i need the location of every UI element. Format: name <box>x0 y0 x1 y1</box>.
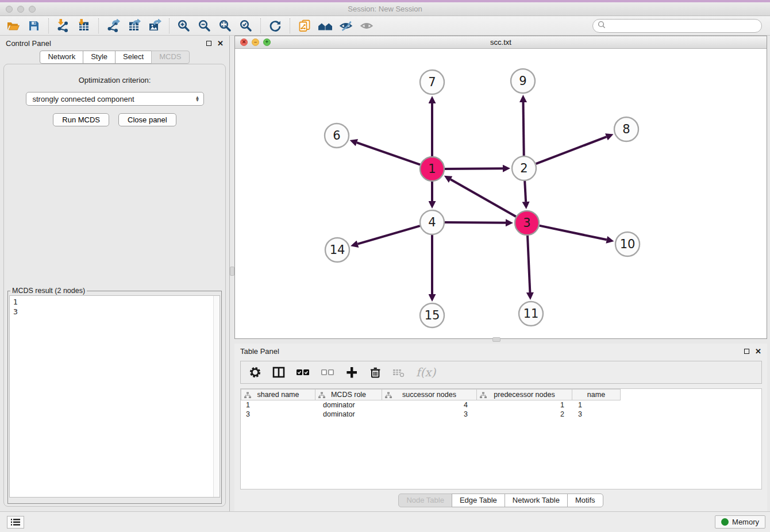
edge-4-14[interactable] <box>358 226 420 244</box>
graph-node-14[interactable]: 14 <box>325 238 349 262</box>
zoom-in-icon[interactable] <box>175 18 192 34</box>
column-header-MCDS-role[interactable]: MCDS role <box>315 389 382 400</box>
graph-node-6[interactable]: 6 <box>325 124 349 148</box>
table-row[interactable]: 3dominator323 <box>241 410 761 419</box>
edge-4-3[interactable] <box>445 222 506 223</box>
close-window-button[interactable] <box>6 6 13 13</box>
close-panel-button[interactable]: Close panel <box>118 113 176 126</box>
tab-node-table[interactable]: Node Table <box>398 494 452 507</box>
zoom-out-icon[interactable] <box>196 18 213 34</box>
import-network-icon[interactable] <box>55 18 72 34</box>
edge-1-2[interactable] <box>445 168 503 169</box>
select-all-icon[interactable] <box>296 366 310 379</box>
svg-text:10: 10 <box>620 237 636 251</box>
graph-node-15[interactable]: 15 <box>420 303 444 327</box>
svg-text:9: 9 <box>519 74 526 88</box>
network-from-selection-icon[interactable] <box>296 18 313 34</box>
cell-successor-nodes[interactable]: 3 <box>382 410 477 419</box>
graph-node-8[interactable]: 8 <box>614 117 638 141</box>
tab-motifs[interactable]: Motifs <box>567 494 603 507</box>
tab-network-table[interactable]: Network Table <box>505 494 568 507</box>
memory-button[interactable]: Memory <box>715 515 765 529</box>
network-title: scc.txt <box>235 38 767 47</box>
svg-text:15: 15 <box>425 309 440 322</box>
graph-node-2[interactable]: 2 <box>512 156 536 180</box>
column-header-predecessor-nodes[interactable]: predecessor nodes <box>477 389 572 400</box>
vertical-splitter[interactable] <box>230 36 234 511</box>
float-table-panel-icon[interactable] <box>744 349 749 354</box>
table-row[interactable]: 1dominator411 <box>241 400 761 410</box>
import-table-icon[interactable] <box>75 18 93 34</box>
deselect-all-icon[interactable] <box>321 366 334 379</box>
cell-successor-nodes[interactable]: 4 <box>382 400 477 410</box>
cell-name[interactable]: 3 <box>572 410 621 419</box>
export-network-icon[interactable] <box>105 18 122 34</box>
search-input[interactable] <box>609 21 757 30</box>
tab-mcds[interactable]: MCDS <box>151 51 189 64</box>
control-panel: Control Panel ✕ NetworkStyleSelectMCDS O… <box>0 36 230 511</box>
cell-predecessor-nodes[interactable]: 2 <box>477 410 572 419</box>
minimize-window-button[interactable] <box>17 6 24 13</box>
cell-MCDS-role[interactable]: dominator <box>315 400 382 410</box>
column-header-successor-nodes[interactable]: successor nodes <box>382 389 477 400</box>
tab-select[interactable]: Select <box>115 51 152 64</box>
tab-network[interactable]: Network <box>40 51 83 64</box>
export-image-icon[interactable] <box>146 18 163 34</box>
column-header-name[interactable]: name <box>572 389 621 400</box>
edge-1-6[interactable] <box>357 142 420 165</box>
edge-2-8[interactable] <box>536 137 607 164</box>
float-panel-icon[interactable] <box>206 41 211 46</box>
first-neighbors-icon[interactable] <box>317 18 334 34</box>
delete-row-icon[interactable] <box>369 366 382 379</box>
cell-shared-name[interactable]: 1 <box>241 400 315 410</box>
edge-2-9[interactable] <box>523 102 524 156</box>
apply-layout-icon[interactable] <box>267 18 284 34</box>
cell-shared-name[interactable]: 3 <box>241 410 315 419</box>
graph-node-11[interactable]: 11 <box>519 302 543 326</box>
graph-node-3[interactable]: 3 <box>515 211 539 235</box>
column-header-shared-name[interactable]: shared name <box>241 389 315 400</box>
close-panel-icon[interactable]: ✕ <box>217 40 224 47</box>
node-table: shared nameMCDS rolesuccessor nodesprede… <box>240 388 762 489</box>
edge-2-3[interactable] <box>525 181 526 202</box>
cell-MCDS-role[interactable]: dominator <box>315 410 382 419</box>
criterion-select[interactable]: strongly connected component ▲▼ <box>26 92 204 106</box>
horizontal-splitter-grip[interactable] <box>492 337 500 342</box>
edge-3-1[interactable] <box>451 179 516 217</box>
save-session-icon[interactable] <box>25 18 43 34</box>
select-stepper-icon: ▲▼ <box>195 96 200 102</box>
open-session-icon[interactable] <box>5 18 22 34</box>
cell-name[interactable]: 1 <box>572 400 621 410</box>
settings-icon[interactable] <box>249 366 261 379</box>
run-mcds-button[interactable]: Run MCDS <box>53 113 109 126</box>
graph-node-9[interactable]: 9 <box>511 69 535 93</box>
tab-edge-table[interactable]: Edge Table <box>452 494 505 507</box>
graph-node-4[interactable]: 4 <box>420 210 444 234</box>
table-panel-header: Table Panel ✕ <box>234 344 767 358</box>
hide-selected-icon[interactable] <box>337 18 355 34</box>
zoom-selected-icon[interactable] <box>237 18 255 34</box>
columns-icon[interactable] <box>272 366 285 379</box>
graph-node-10[interactable]: 10 <box>615 232 640 256</box>
mcds-result-textarea[interactable]: 13 <box>9 295 220 498</box>
zoom-fit-icon[interactable] <box>217 18 234 34</box>
horizontal-splitter[interactable] <box>234 339 767 344</box>
status-bar: Memory <box>0 511 770 532</box>
network-minimize-button[interactable]: – <box>252 38 259 46</box>
network-canvas[interactable]: 7 9 6 8 1 2 4 3 14 10 15 11 <box>235 49 767 338</box>
vertical-splitter-grip[interactable] <box>230 267 234 276</box>
result-scrollbar[interactable] <box>213 296 220 497</box>
add-row-icon[interactable] <box>345 366 358 379</box>
tab-style[interactable]: Style <box>83 51 116 64</box>
network-close-button[interactable]: ✕ <box>240 38 248 46</box>
graph-node-1[interactable]: 1 <box>420 157 444 181</box>
graph-node-7[interactable]: 7 <box>420 70 444 94</box>
cell-predecessor-nodes[interactable]: 1 <box>477 400 572 410</box>
export-table-icon[interactable] <box>125 18 143 34</box>
network-maximize-button[interactable]: + <box>263 38 271 46</box>
edge-3-11[interactable] <box>528 236 530 292</box>
task-history-button[interactable] <box>7 516 24 529</box>
maximize-window-button[interactable] <box>29 6 36 13</box>
close-table-panel-icon[interactable]: ✕ <box>755 348 761 355</box>
edge-3-10[interactable] <box>540 226 607 240</box>
